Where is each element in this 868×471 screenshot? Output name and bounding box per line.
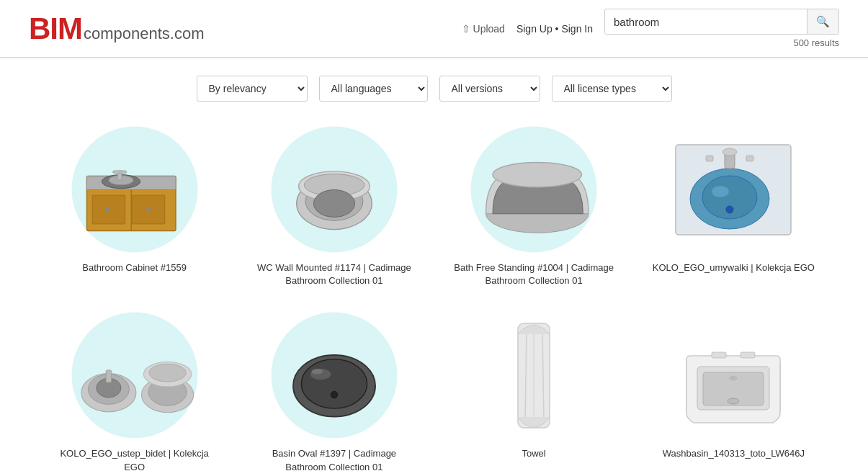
svg-point-34 — [149, 364, 186, 382]
header: BIM components.com ⇧ Upload Sign Up • Si… — [0, 0, 868, 58]
svg-rect-25 — [746, 156, 753, 161]
grid-item-5[interactable]: KOLO_EGO_ustep_bidet | Kolekcja EGO — [43, 310, 225, 471]
item-img-wrap-5 — [48, 310, 221, 440]
item-svg-8 — [661, 316, 805, 435]
item-img-wrap-4 — [647, 125, 820, 254]
grid-item-7[interactable]: Towel — [443, 310, 625, 471]
upload-label[interactable]: Upload — [473, 23, 505, 35]
item-svg-6 — [266, 320, 403, 431]
product-grid: Bathroom Cabinet #1559 WC Wall Mounted #… — [0, 119, 868, 471]
logo[interactable]: BIM components.com — [29, 12, 205, 46]
item-svg-4 — [661, 130, 805, 249]
upload-icon: ⇧ — [462, 23, 470, 35]
search-input[interactable] — [605, 10, 807, 34]
svg-point-26 — [726, 206, 733, 213]
item-img-wrap-2 — [248, 125, 421, 254]
item-svg-3 — [465, 134, 602, 246]
item-label-4: KOLO_EGO_umywalki | Kolekcja EGO — [653, 261, 815, 274]
language-select[interactable]: All languages English French German — [319, 76, 428, 102]
item-img-wrap-8 — [647, 310, 820, 440]
item-img-wrap-7 — [447, 310, 620, 440]
item-label-7: Towel — [522, 447, 546, 460]
sign-in-link[interactable]: Sign In — [561, 23, 593, 35]
sign-up-link[interactable]: Sign Up — [516, 23, 552, 35]
search-container: 🔍 500 results — [604, 9, 839, 48]
item-img-wrap-3 — [447, 125, 620, 254]
grid-item-8[interactable]: Washbasin_140313_toto_LW646J — [643, 310, 825, 471]
header-right: ⇧ Upload Sign Up • Sign In 🔍 500 results — [462, 9, 839, 48]
svg-point-47 — [728, 398, 739, 404]
item-label-1: Bathroom Cabinet #1559 — [82, 261, 187, 274]
grid-item-4[interactable]: KOLO_EGO_umywalki | Kolekcja EGO — [643, 125, 825, 287]
logo-components: components.com — [84, 24, 205, 43]
item-svg-1 — [66, 134, 203, 246]
svg-point-23 — [722, 148, 737, 156]
item-img-wrap-1 — [48, 125, 221, 254]
filters-bar: By relevancy By downloads By date All la… — [0, 58, 868, 119]
auth-separator: • — [555, 23, 559, 35]
grid-item-1[interactable]: Bathroom Cabinet #1559 — [43, 125, 225, 287]
grid-item-3[interactable]: Bath Free Standing #1004 | Cadimage Bath… — [443, 125, 625, 287]
search-button[interactable]: 🔍 — [807, 9, 838, 34]
grid-item-2[interactable]: WC Wall Mounted #1174 | Cadimage Bathroo… — [243, 125, 425, 287]
item-svg-5 — [66, 320, 203, 431]
auth-links: Sign Up • Sign In — [516, 23, 593, 35]
upload-area: ⇧ Upload — [462, 23, 505, 35]
item-label-8: Washbasin_140313_toto_LW646J — [663, 447, 805, 460]
svg-point-17 — [493, 162, 582, 187]
svg-point-48 — [730, 376, 737, 380]
results-count: 500 results — [793, 37, 839, 48]
item-label-3: Bath Free Standing #1004 | Cadimage Bath… — [451, 261, 617, 287]
svg-rect-49 — [712, 352, 726, 358]
item-svg-7 — [462, 316, 606, 435]
svg-point-39 — [331, 391, 338, 398]
svg-rect-30 — [106, 370, 112, 382]
svg-rect-50 — [741, 352, 755, 358]
item-label-5: KOLO_EGO_ustep_bidet | Kolekcja EGO — [52, 447, 218, 471]
svg-rect-10 — [112, 170, 126, 173]
item-label-6: Basin Oval #1397 | Cadimage Bathroom Col… — [251, 447, 417, 471]
svg-point-15 — [313, 189, 354, 217]
svg-point-38 — [312, 369, 323, 374]
item-label-2: WC Wall Mounted #1174 | Cadimage Bathroo… — [251, 261, 417, 287]
grid-item-6[interactable]: Basin Oval #1397 | Cadimage Bathroom Col… — [243, 310, 425, 471]
search-box: 🔍 — [604, 9, 839, 35]
svg-point-21 — [712, 186, 729, 197]
svg-point-6 — [146, 207, 151, 212]
version-select[interactable]: All versions Revit 2020 Revit 2021 Revit… — [439, 76, 540, 102]
sort-select[interactable]: By relevancy By downloads By date — [197, 76, 308, 102]
svg-point-5 — [105, 207, 109, 212]
svg-rect-24 — [706, 156, 713, 161]
item-svg-2 — [266, 134, 403, 246]
logo-bim: BIM — [29, 12, 82, 46]
item-img-wrap-6 — [248, 310, 421, 440]
svg-point-36 — [301, 359, 367, 408]
license-select[interactable]: All license types Free Commercial — [552, 76, 672, 102]
